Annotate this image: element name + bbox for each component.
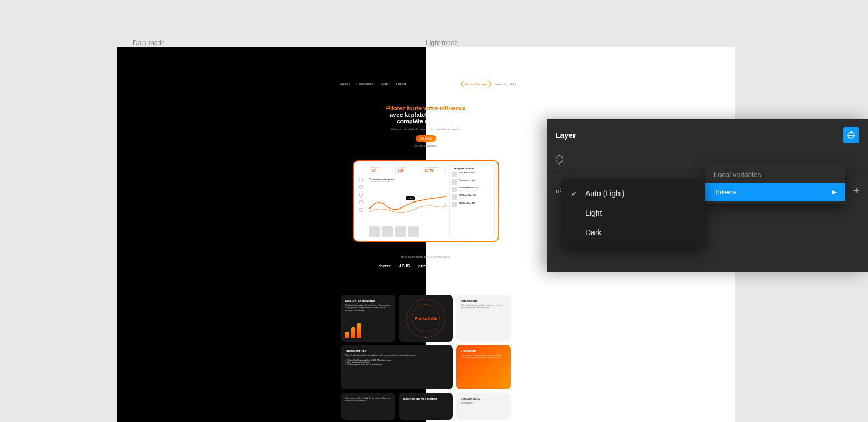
campaign-item[interactable]: 2023 Road Bikes Vélos8 · 3 · 2 bbox=[452, 194, 492, 200]
thumbnail[interactable] bbox=[408, 226, 419, 237]
feature-list: Fiches détaillées complètes de 270 M d'i… bbox=[345, 359, 449, 366]
trust-section: Ils nous ont choisi pour leurs campagnes… bbox=[353, 255, 499, 268]
feature-desc: Naviguez sur plus important, un compte p… bbox=[461, 354, 507, 360]
campaigns-title: Campagnes en cours bbox=[452, 167, 492, 170]
canvas-label-light: Light mode bbox=[426, 39, 458, 47]
thumbnail-row bbox=[369, 226, 419, 237]
hero-micro-link[interactable]: Je suis influenceur bbox=[353, 144, 499, 147]
cta-influencer-pill[interactable]: Je suis influenceur bbox=[461, 81, 491, 87]
feature-title: Mesure de résultats bbox=[345, 299, 391, 303]
light-nav: Je suis influenceur Connexion FR › bbox=[461, 81, 516, 87]
plus-icon[interactable]: + bbox=[853, 185, 859, 197]
chart-panel: Performance cette année Janvier · Févrie… bbox=[369, 178, 446, 221]
logo-vw: VW bbox=[448, 264, 454, 268]
stat-card: Publications134 bbox=[369, 165, 392, 174]
check-icon: ✓ bbox=[571, 190, 579, 198]
chevron-down-icon: ▾ bbox=[389, 82, 391, 85]
thumbnail[interactable] bbox=[382, 226, 393, 237]
chevron-down-icon: ▾ bbox=[349, 82, 350, 85]
campaigns-panel: Campagnes en cours 2023 Choco de Pola14 … bbox=[449, 165, 495, 237]
globe-icon[interactable] bbox=[359, 193, 363, 197]
stats-row: Publications134 Campagnes208 Taux d'enga… bbox=[369, 165, 446, 174]
nav-item-aide[interactable]: Aide▾ bbox=[381, 82, 391, 85]
chevron-down-icon: ▾ bbox=[374, 82, 376, 85]
feature-center-label: Productivité bbox=[415, 317, 437, 320]
feature-grid: Mesure de résultats Pilot-à-pil automati… bbox=[341, 295, 511, 420]
logo-prime-video: prime video bbox=[418, 264, 439, 268]
dashboard-mockup: Publications134 Campagnes208 Taux d'enga… bbox=[353, 160, 499, 242]
feature-meta: 12 campagnes bbox=[461, 402, 507, 405]
campaign-item[interactable]: 2023 Slim Bikes GDV14 · 7 · 5 bbox=[452, 202, 492, 207]
feature-desc: Toutes les fonctionnalités pour collabor… bbox=[345, 354, 449, 357]
hero-subtitle: Créé par des chefs de projets, pour des … bbox=[353, 128, 499, 131]
variables-heading: Local variables bbox=[705, 166, 845, 183]
mode-submenu: ✓ Auto (Light) Light Dark bbox=[561, 179, 705, 247]
campaign-item[interactable]: 2023 Nouveau laser Duo22 · 1 · 4 bbox=[452, 187, 492, 192]
thumbnail-icon bbox=[452, 194, 457, 200]
variables-dropdown: Local variables Tokens ▶ bbox=[705, 163, 845, 204]
hero-headline-3: complète du marché bbox=[353, 118, 499, 124]
hero-section: Pilotez toute votre influence avec la pl… bbox=[353, 105, 499, 147]
thumbnail-icon bbox=[452, 172, 457, 177]
mode-option-auto[interactable]: ✓ Auto (Light) bbox=[561, 184, 705, 203]
chart-icon[interactable] bbox=[359, 185, 363, 189]
chart-subtitle: Janvier · Février · Mars · Avril bbox=[369, 181, 446, 183]
stat-card: Taux d'engagement31.7% bbox=[423, 165, 446, 174]
canvas-label-dark: Dark mode bbox=[133, 39, 165, 47]
nav-item-pricing[interactable]: Pricing bbox=[396, 82, 406, 85]
feature-desc: Plus besoin de faire appel à une agence,… bbox=[461, 304, 507, 310]
hero-headline-1: Pilotez toute votre influence bbox=[353, 105, 499, 111]
variables-tokens-item[interactable]: Tokens ▶ bbox=[705, 183, 845, 201]
feature-title: Autonomie bbox=[461, 299, 507, 303]
trust-label: Ils nous ont choisi pour leurs campagnes bbox=[353, 255, 499, 259]
thumbnail[interactable] bbox=[395, 226, 406, 237]
campaign-item[interactable]: Promo noires et vert10 · 6 · 1 bbox=[452, 179, 492, 185]
feature-results[interactable]: Mesure de résultats Pilot-à-pil automati… bbox=[341, 295, 395, 342]
feature-desc: Pilot-à-pil automatique des reportings, … bbox=[345, 304, 391, 312]
nav-item-ressources[interactable]: Ressources▾ bbox=[356, 82, 376, 85]
bars-icon bbox=[345, 323, 361, 338]
dash-sidebar bbox=[357, 178, 365, 212]
panel-section-layer: Layer bbox=[556, 131, 576, 140]
thumbnail-icon bbox=[452, 179, 457, 185]
lang-switcher[interactable]: FR › bbox=[510, 83, 516, 86]
chart-tooltip: 4 likes bbox=[406, 196, 415, 200]
feature-title: Janvier 2023 bbox=[461, 397, 507, 400]
house-icon[interactable] bbox=[359, 178, 363, 181]
feature-calendar[interactable]: Janvier 2023 12 campagnes bbox=[456, 393, 511, 420]
feature-title: Maîtrise de vos timing bbox=[403, 397, 449, 400]
feature-title: Transparence bbox=[345, 349, 449, 352]
logo-deezer: deezer bbox=[379, 264, 391, 268]
mode-option-light[interactable]: Light bbox=[561, 203, 705, 223]
dark-nav: Outils▾ Ressources▾ Aide▾ Pricing bbox=[340, 82, 406, 85]
stat-card: Campagnes208 bbox=[395, 165, 419, 174]
feature-title: Flexibilité bbox=[461, 349, 507, 352]
star-icon[interactable] bbox=[359, 208, 363, 212]
chevron-right-icon: ▶ bbox=[832, 188, 837, 196]
line-chart bbox=[369, 186, 446, 221]
feature-flexibility[interactable]: Flexibilité Naviguez sur plus important,… bbox=[456, 345, 511, 389]
feature-autonomy[interactable]: Autonomie Plus besoin de faire appel à u… bbox=[456, 295, 511, 342]
nav-item-outils[interactable]: Outils▾ bbox=[340, 82, 350, 85]
search-icon[interactable] bbox=[359, 200, 363, 204]
thumbnail[interactable] bbox=[369, 226, 380, 237]
water-drop-icon bbox=[554, 154, 565, 165]
chart-title: Performance cette année bbox=[369, 178, 446, 180]
feature-desc: Fake followers, Bot et trolls. Ce qui tu… bbox=[345, 397, 391, 402]
campaign-item[interactable]: 2023 Choco de Pola14 · 2 · 3 bbox=[452, 172, 492, 177]
hero-cta-button[interactable]: Voir l'Outil bbox=[416, 135, 436, 142]
thumbnail-icon bbox=[452, 187, 457, 192]
variables-icon[interactable] bbox=[843, 127, 859, 143]
feature-timing[interactable]: Maîtrise de vos timing bbox=[399, 393, 454, 420]
feature-transparency[interactable]: Transparence Toutes les fonctionnalités … bbox=[341, 345, 453, 389]
feature-productivity[interactable]: Productivité bbox=[399, 295, 454, 342]
mode-option-dark[interactable]: Dark bbox=[561, 223, 705, 242]
thumbnail-icon bbox=[452, 202, 457, 207]
feature-fake-followers[interactable]: Fake followers, Bot et trolls. Ce qui tu… bbox=[341, 393, 395, 420]
hero-headline-2: avec la plateforme la plus bbox=[353, 111, 499, 118]
logo-asus: ASUS bbox=[399, 264, 410, 268]
logo-celio: celio* bbox=[463, 264, 474, 268]
login-link[interactable]: Connexion bbox=[494, 83, 507, 86]
